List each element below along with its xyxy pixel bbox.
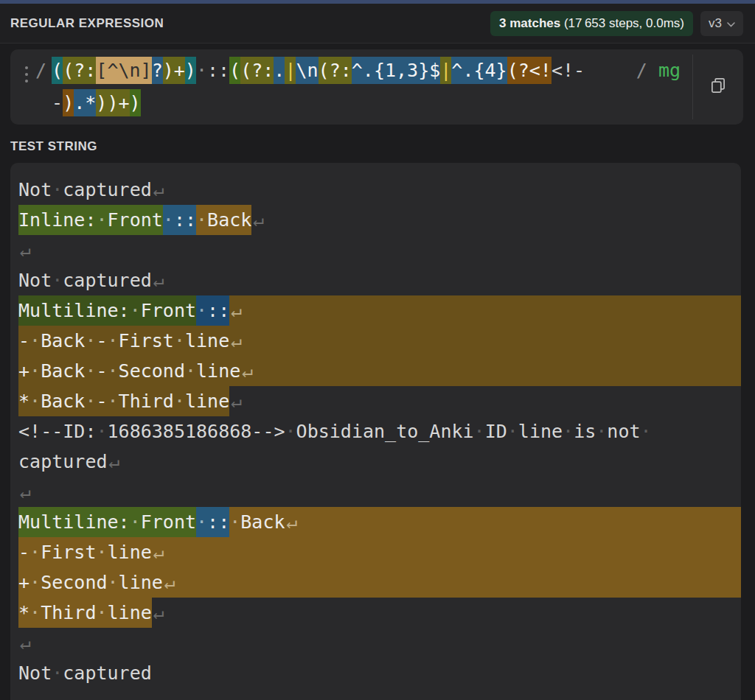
regex-token: \n [296, 57, 318, 84]
regex-token: ) [130, 89, 141, 116]
match-highlight-segment: ·Back [196, 205, 251, 235]
test-string-line: Inline:·Front·::·Back↵ [18, 205, 741, 235]
regex-section-header: REGULAR EXPRESSION 3 matches (17 653 ste… [0, 4, 755, 43]
test-text-segment: Not·captured [18, 265, 152, 295]
line-break-icon: ↵ [152, 601, 164, 624]
line-break-icon: ↵ [152, 269, 164, 292]
regex-token: .* [74, 89, 96, 116]
regex-prefix: / [10, 55, 52, 119]
match-highlight-segment: ·:: [196, 295, 229, 326]
test-string-line: -·Back·-·First·line↵ [18, 326, 741, 356]
line-break-icon: ↵ [229, 390, 242, 413]
match-highlight-fill: ↵ [229, 326, 741, 356]
test-string-line: +·Back·-·Second·line↵ [18, 356, 741, 386]
test-string-line: captured↵ [18, 447, 741, 477]
test-string-line: -·First·line↵ [18, 537, 741, 567]
test-string-line: <!--ID:·1686385186868-->·Obsidian_to_Ank… [18, 416, 741, 447]
test-string-line: +·Second·line↵ [18, 567, 741, 598]
regex-token: (?<! [507, 57, 552, 84]
match-highlight-segment: Inline:·Front [18, 205, 163, 235]
regex-token: ) [163, 57, 174, 84]
regex-flags[interactable]: / mg [632, 55, 692, 119]
line-break-icon: ↵ [229, 300, 242, 321]
test-string-line: *·Third·line↵ [18, 598, 741, 628]
test-string-line: Not·captured [18, 658, 741, 688]
regex-token: ) [107, 89, 118, 116]
regex-token: ^.{4} [451, 57, 507, 84]
match-highlight-segment: Multiline:·Front [18, 507, 196, 537]
line-break-icon: ↵ [251, 209, 264, 231]
header-right-controls: 3 matches (17 653 steps, 0.0ms) v3 [490, 11, 743, 36]
match-highlight-fill: ↵ [163, 567, 741, 598]
match-highlight-fill: ↵ [152, 537, 741, 567]
match-highlight-fill: ↵ [285, 507, 742, 537]
match-highlight-segment: *·Back·-·Third·line [18, 386, 229, 416]
regex-token: ? [152, 57, 163, 84]
match-count-badge[interactable]: 3 matches (17 653 steps, 0.0ms) [490, 11, 693, 36]
version-dropdown[interactable]: v3 [700, 11, 743, 36]
regex-token: ^.{1,3}$ [352, 57, 441, 84]
regex-token: ) [96, 89, 107, 116]
test-string-line: ↵ [18, 235, 741, 265]
regex-token: ( [52, 57, 63, 84]
copy-regex-button[interactable] [693, 55, 743, 119]
test-string-line: *·Back·-·Third·line↵ [18, 386, 741, 416]
line-break-icon: ↵ [18, 480, 31, 503]
match-highlight-segment: ·:: [196, 507, 229, 537]
regex-input-box[interactable]: / ((?:[^\n]?)+)·::((?:.|\n(?:^.{1,3}$|^.… [10, 49, 743, 125]
line-break-icon: ↵ [18, 239, 31, 262]
regex-token: :: [207, 57, 229, 84]
drag-handle-icon[interactable] [25, 55, 35, 83]
test-text-segment: captured [18, 447, 108, 477]
test-string-line: Multiline:·Front·::·Back↵ [18, 507, 741, 537]
regex-token: (?: [240, 57, 274, 84]
regex-token: ) [185, 57, 196, 84]
test-text-segment: Not·captured [18, 175, 152, 205]
match-highlight-segment: -·First·line [18, 537, 152, 567]
regex-token: - [52, 89, 63, 116]
regex-close-delimiter: / [636, 60, 647, 81]
regex-token: + [174, 57, 185, 84]
match-highlight-segment: +·Back·-·Second·line [18, 356, 240, 386]
regex-token: <!- [552, 57, 585, 84]
regex-token: ( [229, 57, 240, 84]
regex-flags-value: mg [658, 60, 681, 81]
regex-token: (?: [319, 57, 352, 84]
test-string-section-title: TEST STRING [10, 139, 745, 154]
copy-icon [709, 76, 728, 98]
match-count: 3 matches [499, 16, 560, 30]
regex-pattern-input[interactable]: ((?:[^\n]?)+)·::((?:.|\n(?:^.{1,3}$|^.{4… [52, 55, 632, 119]
line-break-icon: ↵ [229, 330, 242, 351]
line-break-icon: ↵ [285, 511, 298, 533]
line-break-icon: ↵ [152, 542, 164, 563]
regex-token: | [440, 57, 451, 84]
test-string-line: Not·captured↵ [18, 265, 741, 295]
regex-section-title: REGULAR EXPRESSION [10, 16, 164, 31]
test-string-line: ↵ [18, 628, 741, 658]
regex-line: -).*))+) [52, 87, 632, 119]
line-break-icon: ↵ [163, 572, 175, 593]
test-string-line: ↵ [18, 477, 741, 507]
match-highlight-fill: ↵ [229, 295, 741, 326]
regex-token: (?: [63, 57, 96, 84]
regex-line: ((?:[^\n]?)+)·::((?:.|\n(?:^.{1,3}$|^.{4… [52, 55, 632, 87]
regex-token: · [196, 57, 207, 84]
regex-token: [^\n] [96, 57, 151, 84]
match-highlight-fill: ↵ [240, 356, 741, 386]
match-highlight-segment: ·:: [163, 205, 196, 235]
regex-open-delimiter: / [35, 55, 52, 87]
test-string-input[interactable]: Not·captured↵Inline:·Front·::·Back↵↵Not·… [10, 163, 741, 700]
test-text-segment: Not·captured [18, 658, 152, 688]
test-text-segment: <!--ID:·1686385186868-->·Obsidian_to_Ank… [18, 416, 652, 447]
line-break-icon: ↵ [108, 450, 120, 473]
match-highlight-segment: -·Back·-·First·line [18, 326, 229, 356]
line-break-icon: ↵ [18, 631, 31, 654]
regex-token: + [118, 89, 129, 116]
test-string-line: Multiline:·Front·::↵ [18, 295, 741, 326]
line-break-icon: ↵ [240, 360, 253, 382]
regex-token: . [274, 57, 285, 84]
line-break-icon: ↵ [152, 178, 164, 201]
match-highlight-segment: +·Second·line [18, 567, 163, 598]
match-highlight-segment: Multiline:·Front [18, 295, 196, 326]
match-steps-time: (17 653 steps, 0.0ms) [560, 16, 684, 30]
